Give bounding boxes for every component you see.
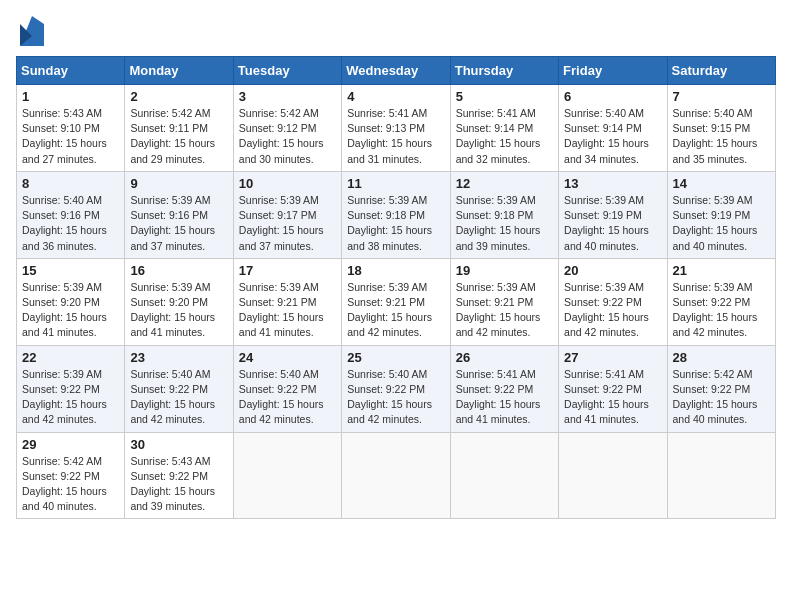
day-info: Sunrise: 5:39 AMSunset: 9:22 PMDaylight:…: [564, 280, 661, 341]
day-info: Sunrise: 5:39 AMSunset: 9:20 PMDaylight:…: [22, 280, 119, 341]
day-number: 25: [347, 350, 444, 365]
calendar-cell: 8Sunrise: 5:40 AMSunset: 9:16 PMDaylight…: [17, 171, 125, 258]
calendar-cell: 10Sunrise: 5:39 AMSunset: 9:17 PMDayligh…: [233, 171, 341, 258]
day-info: Sunrise: 5:39 AMSunset: 9:17 PMDaylight:…: [239, 193, 336, 254]
calendar-cell: 9Sunrise: 5:39 AMSunset: 9:16 PMDaylight…: [125, 171, 233, 258]
day-number: 28: [673, 350, 770, 365]
day-info: Sunrise: 5:43 AMSunset: 9:22 PMDaylight:…: [130, 454, 227, 515]
calendar-cell: 13Sunrise: 5:39 AMSunset: 9:19 PMDayligh…: [559, 171, 667, 258]
day-number: 20: [564, 263, 661, 278]
day-number: 13: [564, 176, 661, 191]
header: [16, 16, 776, 46]
day-number: 5: [456, 89, 553, 104]
day-info: Sunrise: 5:39 AMSunset: 9:22 PMDaylight:…: [22, 367, 119, 428]
calendar-cell: 25Sunrise: 5:40 AMSunset: 9:22 PMDayligh…: [342, 345, 450, 432]
calendar-cell: 1Sunrise: 5:43 AMSunset: 9:10 PMDaylight…: [17, 85, 125, 172]
calendar-cell: [450, 432, 558, 519]
day-number: 1: [22, 89, 119, 104]
day-info: Sunrise: 5:40 AMSunset: 9:15 PMDaylight:…: [673, 106, 770, 167]
calendar-cell: [559, 432, 667, 519]
calendar-cell: 12Sunrise: 5:39 AMSunset: 9:18 PMDayligh…: [450, 171, 558, 258]
calendar-cell: 18Sunrise: 5:39 AMSunset: 9:21 PMDayligh…: [342, 258, 450, 345]
day-info: Sunrise: 5:39 AMSunset: 9:19 PMDaylight:…: [564, 193, 661, 254]
calendar-cell: 28Sunrise: 5:42 AMSunset: 9:22 PMDayligh…: [667, 345, 775, 432]
day-number: 30: [130, 437, 227, 452]
calendar-cell: [233, 432, 341, 519]
day-number: 9: [130, 176, 227, 191]
day-number: 11: [347, 176, 444, 191]
day-number: 17: [239, 263, 336, 278]
calendar-cell: 11Sunrise: 5:39 AMSunset: 9:18 PMDayligh…: [342, 171, 450, 258]
day-number: 18: [347, 263, 444, 278]
day-info: Sunrise: 5:43 AMSunset: 9:10 PMDaylight:…: [22, 106, 119, 167]
calendar-cell: 23Sunrise: 5:40 AMSunset: 9:22 PMDayligh…: [125, 345, 233, 432]
calendar-cell: 27Sunrise: 5:41 AMSunset: 9:22 PMDayligh…: [559, 345, 667, 432]
day-number: 23: [130, 350, 227, 365]
calendar-cell: 2Sunrise: 5:42 AMSunset: 9:11 PMDaylight…: [125, 85, 233, 172]
day-info: Sunrise: 5:42 AMSunset: 9:11 PMDaylight:…: [130, 106, 227, 167]
calendar-cell: 7Sunrise: 5:40 AMSunset: 9:15 PMDaylight…: [667, 85, 775, 172]
calendar-cell: 22Sunrise: 5:39 AMSunset: 9:22 PMDayligh…: [17, 345, 125, 432]
day-info: Sunrise: 5:39 AMSunset: 9:19 PMDaylight:…: [673, 193, 770, 254]
calendar-week-3: 15Sunrise: 5:39 AMSunset: 9:20 PMDayligh…: [17, 258, 776, 345]
day-info: Sunrise: 5:40 AMSunset: 9:16 PMDaylight:…: [22, 193, 119, 254]
day-info: Sunrise: 5:39 AMSunset: 9:18 PMDaylight:…: [347, 193, 444, 254]
day-number: 16: [130, 263, 227, 278]
column-header-friday: Friday: [559, 57, 667, 85]
calendar-cell: 24Sunrise: 5:40 AMSunset: 9:22 PMDayligh…: [233, 345, 341, 432]
calendar-cell: [667, 432, 775, 519]
calendar-header-row: SundayMondayTuesdayWednesdayThursdayFrid…: [17, 57, 776, 85]
day-info: Sunrise: 5:39 AMSunset: 9:21 PMDaylight:…: [456, 280, 553, 341]
day-number: 6: [564, 89, 661, 104]
calendar-cell: 4Sunrise: 5:41 AMSunset: 9:13 PMDaylight…: [342, 85, 450, 172]
day-number: 12: [456, 176, 553, 191]
day-number: 10: [239, 176, 336, 191]
column-header-sunday: Sunday: [17, 57, 125, 85]
calendar-cell: 29Sunrise: 5:42 AMSunset: 9:22 PMDayligh…: [17, 432, 125, 519]
calendar-cell: 21Sunrise: 5:39 AMSunset: 9:22 PMDayligh…: [667, 258, 775, 345]
day-info: Sunrise: 5:39 AMSunset: 9:22 PMDaylight:…: [673, 280, 770, 341]
day-number: 19: [456, 263, 553, 278]
column-header-saturday: Saturday: [667, 57, 775, 85]
day-number: 14: [673, 176, 770, 191]
column-header-monday: Monday: [125, 57, 233, 85]
calendar-cell: 26Sunrise: 5:41 AMSunset: 9:22 PMDayligh…: [450, 345, 558, 432]
calendar-cell: 20Sunrise: 5:39 AMSunset: 9:22 PMDayligh…: [559, 258, 667, 345]
day-number: 15: [22, 263, 119, 278]
calendar-cell: 15Sunrise: 5:39 AMSunset: 9:20 PMDayligh…: [17, 258, 125, 345]
calendar-cell: 30Sunrise: 5:43 AMSunset: 9:22 PMDayligh…: [125, 432, 233, 519]
calendar-cell: 17Sunrise: 5:39 AMSunset: 9:21 PMDayligh…: [233, 258, 341, 345]
day-info: Sunrise: 5:42 AMSunset: 9:12 PMDaylight:…: [239, 106, 336, 167]
day-info: Sunrise: 5:41 AMSunset: 9:22 PMDaylight:…: [564, 367, 661, 428]
day-info: Sunrise: 5:41 AMSunset: 9:13 PMDaylight:…: [347, 106, 444, 167]
day-number: 7: [673, 89, 770, 104]
calendar-cell: [342, 432, 450, 519]
calendar-week-4: 22Sunrise: 5:39 AMSunset: 9:22 PMDayligh…: [17, 345, 776, 432]
column-header-wednesday: Wednesday: [342, 57, 450, 85]
logo: [16, 16, 44, 46]
day-info: Sunrise: 5:39 AMSunset: 9:18 PMDaylight:…: [456, 193, 553, 254]
calendar-cell: 6Sunrise: 5:40 AMSunset: 9:14 PMDaylight…: [559, 85, 667, 172]
day-info: Sunrise: 5:42 AMSunset: 9:22 PMDaylight:…: [673, 367, 770, 428]
day-number: 24: [239, 350, 336, 365]
day-number: 27: [564, 350, 661, 365]
day-number: 4: [347, 89, 444, 104]
day-number: 26: [456, 350, 553, 365]
day-number: 21: [673, 263, 770, 278]
calendar-cell: 16Sunrise: 5:39 AMSunset: 9:20 PMDayligh…: [125, 258, 233, 345]
day-info: Sunrise: 5:41 AMSunset: 9:14 PMDaylight:…: [456, 106, 553, 167]
column-header-tuesday: Tuesday: [233, 57, 341, 85]
day-number: 2: [130, 89, 227, 104]
column-header-thursday: Thursday: [450, 57, 558, 85]
calendar-week-1: 1Sunrise: 5:43 AMSunset: 9:10 PMDaylight…: [17, 85, 776, 172]
calendar-cell: 14Sunrise: 5:39 AMSunset: 9:19 PMDayligh…: [667, 171, 775, 258]
day-info: Sunrise: 5:39 AMSunset: 9:21 PMDaylight:…: [239, 280, 336, 341]
logo-icon: [20, 16, 44, 46]
day-info: Sunrise: 5:39 AMSunset: 9:20 PMDaylight:…: [130, 280, 227, 341]
day-number: 29: [22, 437, 119, 452]
calendar-cell: 5Sunrise: 5:41 AMSunset: 9:14 PMDaylight…: [450, 85, 558, 172]
day-number: 8: [22, 176, 119, 191]
day-info: Sunrise: 5:40 AMSunset: 9:22 PMDaylight:…: [130, 367, 227, 428]
calendar-week-2: 8Sunrise: 5:40 AMSunset: 9:16 PMDaylight…: [17, 171, 776, 258]
day-info: Sunrise: 5:40 AMSunset: 9:14 PMDaylight:…: [564, 106, 661, 167]
